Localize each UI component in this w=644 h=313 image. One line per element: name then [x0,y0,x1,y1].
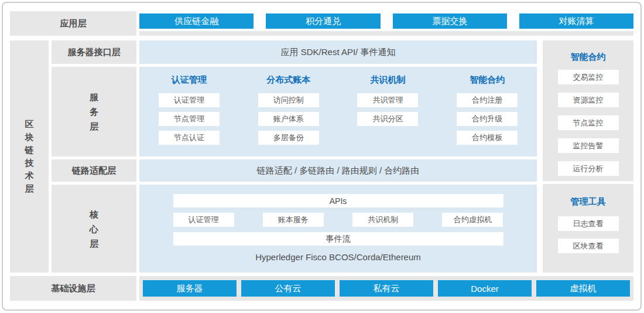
right-side-panels: 智能合约交易监控资源监控节点监控监控告警运行分析管理工具日志查看区块查看 [543,40,633,273]
service-item-box: 多层备份 [258,131,319,145]
app-layer-button: 积分通兑 [266,13,380,29]
service-layer-columns: 认证管理认证管理节点管理节点认证分布式账本访问控制账户体系多层备份共识机制共识管… [139,67,537,156]
service-layer-column: 认证管理认证管理节点管理节点认证 [139,74,239,156]
service-item-box: 账户体系 [258,112,319,126]
core-layer-label: 核心层 [89,207,99,251]
infra-layer-button: Docker [438,280,532,297]
service-item-box: 节点管理 [159,112,220,126]
service-item-box: 访问控制 [258,93,319,107]
blockchain-tech-layer-label: 区块链技术层 [25,118,35,195]
right-panel-header: 智能合约 [571,52,606,63]
service-column-header: 分布式账本 [266,74,310,86]
blockchain-architecture-diagram: 应用层 供应链金融积分通兑票据交换对账清算 区块链技术层 服务器接口层 服务层 … [2,2,642,311]
service-layer-label: 服务层 [89,90,99,134]
core-module-box: 共识机制 [352,213,413,227]
service-layer-labelbox: 服务层 [52,67,136,156]
blockchain-tech-layer-labelbox: 区块链技术层 [10,40,49,273]
service-column-header: 认证管理 [172,74,207,86]
core-layer-content: APIs 认证管理账本服务共识机制合约虚拟机 事件流 Hyperledger F… [173,194,503,262]
service-column-header: 共识机制 [370,74,405,86]
service-item-box: 共识分区 [357,112,418,126]
application-layer-row: 应用层 供应链金融积分通兑票据交换对账清算 [10,11,633,36]
application-layer-buttons: 供应链金融积分通兑票据交换对账清算 [139,13,633,29]
service-layer-panel: 认证管理认证管理节点管理节点认证分布式账本访问控制账户体系多层备份共识机制共识管… [139,67,537,156]
service-item-box: 认证管理 [159,93,220,107]
service-layer-column: 智能合约合约注册合约升级合约模板 [437,74,537,156]
right-panel-item-box: 区块查看 [558,239,619,253]
core-layer-labelbox: 核心层 [52,185,136,273]
service-interface-layer-label: 服务器接口层 [52,40,136,64]
service-item-box: 合约模板 [457,131,518,145]
right-panel-header: 管理工具 [571,196,606,207]
infra-layer-button: 服务器 [143,280,237,297]
sublayer-content-column: 应用 SDK/Rest API/ 事件通知 认证管理认证管理节点管理节点认证分布… [139,40,537,273]
right-panel-item-box: 监控告警 [558,138,619,153]
right-panel-item-box: 节点监控 [558,115,619,130]
link-adapter-layer-content: 链路适配 / 多链路由 / 路由规则 / 合约路由 [139,159,537,182]
core-layer-panel: APIs 认证管理账本服务共识机制合约虚拟机 事件流 Hyperledger F… [139,185,537,273]
app-layer-button: 票据交换 [393,13,507,29]
link-adapter-layer-label: 链路适配层 [52,159,136,182]
core-module-box: 合约虚拟机 [442,213,503,227]
core-module-box: 账本服务 [263,213,324,227]
platforms-text: Hyperledger Fisco BCOS/Corda/Ethereum [173,252,503,262]
application-layer-button-area: 供应链金融积分通兑票据交换对账清算 [139,11,633,36]
service-column-header: 智能合约 [470,74,505,86]
app-layer-button: 供应链金融 [139,13,254,29]
right-panel-item-box: 日志查看 [558,216,619,231]
core-module-box: 认证管理 [173,213,234,227]
event-stream-bar: 事件流 [173,232,503,246]
right-panel: 智能合约交易监控资源监控节点监控监控告警运行分析 [543,40,633,181]
right-panel-items: 交易监控资源监控节点监控监控告警运行分析 [558,70,619,176]
service-item-box: 合约注册 [457,93,518,107]
infra-layer-button: 虚拟机 [536,280,630,297]
infrastructure-layer-row: 基础设施层 服务器公有云私有云Docker虚拟机 [10,276,633,301]
infrastructure-layer-buttons: 服务器公有云私有云Docker虚拟机 [139,276,633,301]
service-item-box: 合约升级 [457,112,518,126]
right-panel: 管理工具日志查看区块查看 [543,184,633,273]
right-panel-items: 日志查看区块查看 [558,216,619,253]
infra-layer-button: 公有云 [241,280,335,297]
right-panel-item-box: 运行分析 [558,161,619,176]
service-item-box: 节点认证 [159,131,220,145]
blockchain-tech-layer-row: 区块链技术层 服务器接口层 服务层 链路适配层 核心层 应用 SDK/Rest … [10,40,633,273]
gray-accent-bar [139,31,633,36]
sublayer-label-column: 服务器接口层 服务层 链路适配层 核心层 [52,40,136,273]
service-layer-column: 共识机制共识管理共识分区 [338,74,438,156]
right-panel-item-box: 交易监控 [558,70,619,84]
infrastructure-layer-label: 基础设施层 [10,276,136,301]
service-interface-layer-content: 应用 SDK/Rest API/ 事件通知 [139,40,537,64]
core-modules-row: 认证管理账本服务共识机制合约虚拟机 [173,213,503,227]
service-layer-column: 分布式账本访问控制账户体系多层备份 [239,74,338,156]
infra-layer-button: 私有云 [340,280,433,297]
apis-bar: APIs [173,194,503,207]
application-layer-label: 应用层 [10,11,136,36]
service-item-box: 共识管理 [357,93,418,107]
app-layer-button: 对账清算 [519,13,633,29]
right-panel-item-box: 资源监控 [558,93,619,107]
